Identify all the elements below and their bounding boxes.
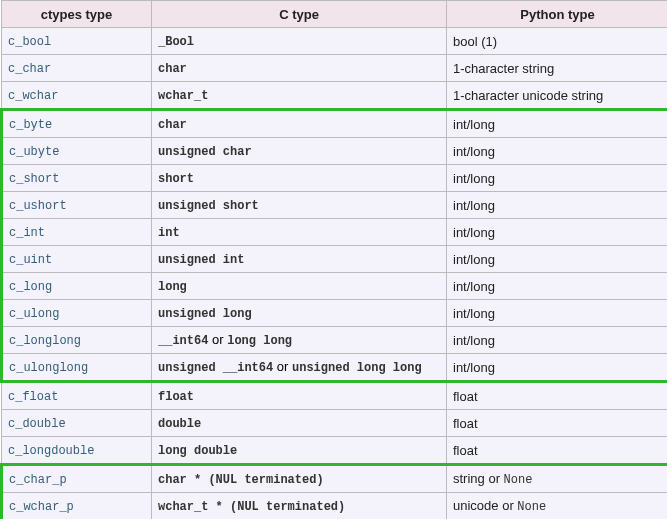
ctypes-type-link[interactable]: c_bool — [8, 35, 51, 49]
cell-c-type: wchar_t — [152, 82, 447, 110]
py-text: int/long — [453, 252, 495, 267]
cell-c-type: unsigned char — [152, 138, 447, 165]
py-text: int/long — [453, 198, 495, 213]
ctypes-type-link[interactable]: c_char — [8, 62, 51, 76]
ctypes-type-link[interactable]: c_int — [9, 226, 45, 240]
cell-python-type: int/long — [447, 246, 668, 273]
cell-python-type: float — [447, 382, 668, 410]
cell-ctypes: c_ulonglong — [2, 354, 152, 382]
cell-python-type: float — [447, 410, 668, 437]
cell-c-type: char — [152, 110, 447, 138]
table-row: c_char_pchar * (NUL terminated)string or… — [2, 465, 668, 493]
py-text: int/long — [453, 144, 495, 159]
c-type-code: wchar_t * (NUL terminated) — [158, 500, 345, 514]
cell-ctypes: c_char — [2, 55, 152, 82]
cell-python-type: int/long — [447, 273, 668, 300]
th-c: C type — [152, 1, 447, 28]
cell-c-type: double — [152, 410, 447, 437]
th-py: Python type — [447, 1, 668, 28]
py-text: 1-character unicode string — [453, 88, 603, 103]
py-text: int/long — [453, 225, 495, 240]
c-type-code: char — [158, 118, 187, 132]
py-text: bool (1) — [453, 34, 497, 49]
ctypes-type-link[interactable]: c_wchar_p — [9, 500, 74, 514]
cell-ctypes: c_char_p — [2, 465, 152, 493]
cell-python-type: float — [447, 437, 668, 465]
c-type-code: unsigned int — [158, 253, 244, 267]
cell-c-type: char — [152, 55, 447, 82]
ctypes-type-link[interactable]: c_ulong — [9, 307, 59, 321]
ctypes-type-link[interactable]: c_long — [9, 280, 52, 294]
py-text: int/long — [453, 279, 495, 294]
c-type-code: int — [158, 226, 180, 240]
c-type-code: unsigned long long — [292, 361, 422, 375]
ctypes-type-link[interactable]: c_short — [9, 172, 59, 186]
cell-ctypes: c_wchar_p — [2, 493, 152, 520]
cell-c-type: float — [152, 382, 447, 410]
ctypes-type-link[interactable]: c_double — [8, 417, 66, 431]
table-row: c_uintunsigned intint/long — [2, 246, 668, 273]
py-none-literal: None — [517, 500, 546, 514]
ctypes-type-link[interactable]: c_longdouble — [8, 444, 94, 458]
cell-ctypes: c_ulong — [2, 300, 152, 327]
table-row: c_wcharwchar_t1-character unicode string — [2, 82, 668, 110]
c-type-or: or — [208, 332, 227, 347]
cell-python-type: string or None — [447, 465, 668, 493]
ctypes-type-link[interactable]: c_byte — [9, 118, 52, 132]
c-type-code: long double — [158, 444, 237, 458]
ctypes-type-link[interactable]: c_ushort — [9, 199, 67, 213]
cell-ctypes: c_double — [2, 410, 152, 437]
th-ctypes: ctypes type — [2, 1, 152, 28]
cell-python-type: int/long — [447, 138, 668, 165]
c-type-or: or — [273, 359, 292, 374]
cell-python-type: int/long — [447, 165, 668, 192]
py-text: string or — [453, 471, 504, 486]
cell-python-type: bool (1) — [447, 28, 668, 55]
ctypes-type-link[interactable]: c_ubyte — [9, 145, 59, 159]
table-row: c_ubyteunsigned charint/long — [2, 138, 668, 165]
c-type-code: unsigned __int64 — [158, 361, 273, 375]
table-row: c_bytecharint/long — [2, 110, 668, 138]
cell-ctypes: c_short — [2, 165, 152, 192]
cell-c-type: __int64 or long long — [152, 327, 447, 354]
ctypes-type-link[interactable]: c_longlong — [9, 334, 81, 348]
c-type-code: char — [158, 62, 187, 76]
py-text: 1-character string — [453, 61, 554, 76]
cell-python-type: 1-character unicode string — [447, 82, 668, 110]
py-none-literal: None — [504, 473, 533, 487]
c-type-code: long long — [227, 334, 292, 348]
cell-ctypes: c_longdouble — [2, 437, 152, 465]
cell-c-type: unsigned long — [152, 300, 447, 327]
cell-ctypes: c_longlong — [2, 327, 152, 354]
c-type-code: long — [158, 280, 187, 294]
c-type-code: unsigned long — [158, 307, 252, 321]
ctypes-type-link[interactable]: c_wchar — [8, 89, 58, 103]
py-text: int/long — [453, 306, 495, 321]
c-type-code: unsigned char — [158, 145, 252, 159]
c-type-code: unsigned short — [158, 199, 259, 213]
cell-c-type: unsigned int — [152, 246, 447, 273]
cell-ctypes: c_ubyte — [2, 138, 152, 165]
c-type-code: double — [158, 417, 201, 431]
ctypes-type-link[interactable]: c_uint — [9, 253, 52, 267]
py-text: float — [453, 443, 478, 458]
table-row: c_ulongunsigned longint/long — [2, 300, 668, 327]
cell-ctypes: c_wchar — [2, 82, 152, 110]
cell-c-type: wchar_t * (NUL terminated) — [152, 493, 447, 520]
ctypes-type-link[interactable]: c_float — [8, 390, 58, 404]
ctypes-type-link[interactable]: c_char_p — [9, 473, 67, 487]
table-row: c_wchar_pwchar_t * (NUL terminated)unico… — [2, 493, 668, 520]
ctypes-type-link[interactable]: c_ulonglong — [9, 361, 88, 375]
cell-python-type: 1-character string — [447, 55, 668, 82]
c-type-code: wchar_t — [158, 89, 208, 103]
cell-c-type: long — [152, 273, 447, 300]
table-row: c_charchar1-character string — [2, 55, 668, 82]
c-type-code: short — [158, 172, 194, 186]
cell-python-type: unicode or None — [447, 493, 668, 520]
cell-c-type: long double — [152, 437, 447, 465]
cell-ctypes: c_int — [2, 219, 152, 246]
cell-ctypes: c_ushort — [2, 192, 152, 219]
c-type-code: _Bool — [158, 35, 194, 49]
table-row: c_ulonglongunsigned __int64 or unsigned … — [2, 354, 668, 382]
py-text: float — [453, 389, 478, 404]
